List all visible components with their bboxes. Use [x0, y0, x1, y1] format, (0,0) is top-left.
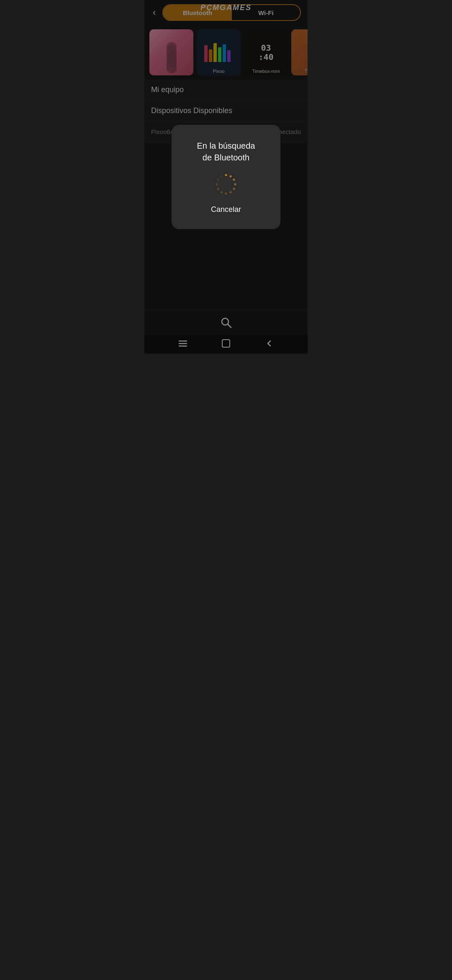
svg-point-20 — [217, 178, 219, 181]
bluetooth-spinner — [213, 172, 239, 197]
svg-point-19 — [216, 183, 218, 185]
bluetooth-dialog: En la búsquedade Bluetooth — [172, 125, 280, 229]
svg-point-12 — [233, 178, 235, 181]
svg-point-16 — [225, 192, 227, 194]
svg-point-11 — [230, 175, 232, 177]
svg-point-13 — [234, 183, 236, 185]
svg-point-15 — [230, 191, 232, 193]
svg-point-14 — [233, 188, 235, 190]
svg-point-10 — [225, 174, 227, 176]
svg-point-21 — [221, 175, 223, 177]
bluetooth-search-overlay: En la búsquedade Bluetooth — [144, 0, 308, 353]
cancel-button[interactable]: Cancelar — [211, 205, 241, 214]
svg-point-17 — [221, 191, 223, 193]
svg-point-18 — [217, 188, 219, 190]
dialog-title: En la búsquedade Bluetooth — [197, 140, 255, 163]
